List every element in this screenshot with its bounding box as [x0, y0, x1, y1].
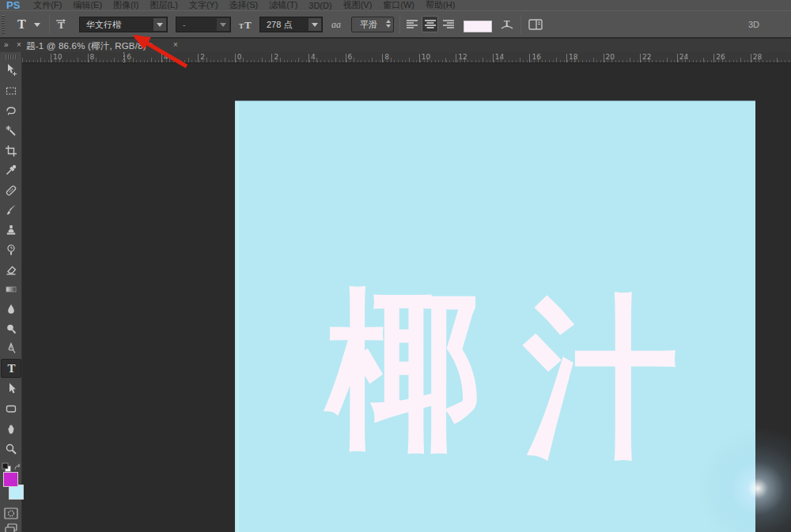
ruler-tick-label: 16 — [532, 53, 540, 61]
canvas-workspace: 椰 汁 — [22, 64, 791, 532]
canvas-char-2: 汁 — [524, 291, 678, 463]
font-family-dropdown-icon[interactable] — [153, 18, 166, 31]
svg-text:T: T — [244, 19, 252, 31]
toggle-panels-button[interactable] — [527, 16, 544, 33]
ruler-major-tick — [161, 54, 162, 62]
font-size-icon: T T — [237, 16, 255, 33]
menu-edit[interactable]: 编辑(E) — [73, 0, 102, 11]
menu-3d[interactable]: 3D(D) — [308, 1, 331, 10]
menu-view[interactable]: 视图(V) — [343, 0, 373, 11]
crop-tool[interactable] — [1, 141, 21, 160]
tab-close-icon[interactable]: × — [173, 40, 178, 49]
brush-tool[interactable] — [1, 201, 21, 220]
ruler-major-tick — [308, 54, 309, 62]
eraser-tool[interactable] — [1, 260, 21, 279]
ruler-major-tick — [346, 54, 346, 62]
ruler-major-tick — [88, 54, 89, 62]
ruler-major-tick — [751, 54, 751, 62]
font-family-select[interactable]: 华文行楷 — [79, 17, 168, 32]
ruler-tick-label: 26 — [716, 53, 725, 61]
ruler-major-tick — [198, 54, 199, 62]
menu-bar: PS 文件(F) 编辑(E) 图像(I) 图层(L) 文字(Y) 选择(S) 滤… — [0, 0, 791, 10]
align-center-button[interactable] — [422, 16, 438, 32]
ruler-major-tick — [124, 54, 125, 62]
text-orientation-button[interactable]: T — [52, 16, 70, 33]
ruler-tick-label: 28 — [753, 53, 762, 61]
lasso-tool[interactable] — [1, 101, 21, 120]
svg-text:T: T — [239, 22, 244, 30]
ruler-major-tick — [235, 54, 236, 62]
menu-select[interactable]: 选择(S) — [229, 0, 259, 11]
path-selection-tool[interactable] — [1, 379, 21, 398]
font-size-select[interactable]: 278 点 — [259, 17, 323, 32]
ruler-tick-label: 4 — [311, 53, 316, 61]
menu-image[interactable]: 图像(I) — [113, 0, 138, 11]
ruler-major-tick — [419, 54, 420, 62]
menu-layer[interactable]: 图层(L) — [149, 0, 177, 11]
menu-window[interactable]: 窗口(W) — [383, 0, 414, 11]
ruler-tick-label: 2 — [274, 53, 278, 61]
ruler-major-tick — [271, 54, 272, 62]
dodge-tool[interactable] — [1, 319, 21, 338]
tab-overflow-icon[interactable]: » — [4, 40, 9, 49]
pen-tool[interactable] — [1, 339, 21, 358]
zoom-tool[interactable] — [1, 440, 21, 458]
ruler-major-tick — [677, 54, 678, 62]
foreground-color-swatch[interactable] — [3, 472, 18, 487]
anti-alias-icon: aa — [327, 16, 345, 33]
gradient-tool[interactable] — [1, 280, 21, 299]
clone-stamp-tool[interactable] — [1, 221, 21, 240]
menu-file[interactable]: 文件(F) — [33, 0, 62, 11]
ruler-major-tick — [640, 54, 641, 62]
menu-filter[interactable]: 滤镜(T) — [269, 0, 297, 11]
hand-tool[interactable] — [1, 420, 21, 439]
font-size-dropdown-icon[interactable] — [308, 18, 321, 31]
document-tab-title[interactable]: 题-1 @ 86.6% (椰汁, RGB/8) * — [26, 40, 153, 52]
ruler-major-tick — [566, 54, 567, 62]
anti-alias-stepper-icon — [386, 20, 391, 28]
history-brush-tool[interactable] — [1, 240, 21, 259]
ruler-tick-label: 18 — [569, 53, 577, 61]
ruler-tick-label: 20 — [606, 53, 615, 61]
font-style-dropdown-icon[interactable] — [217, 18, 229, 31]
font-style-select[interactable]: - — [176, 17, 231, 32]
ps-logo: PS — [6, 0, 20, 11]
menu-type[interactable]: 文字(Y) — [189, 0, 218, 11]
ruler-major-tick — [493, 54, 494, 62]
ruler-major-tick — [529, 54, 530, 62]
align-right-button[interactable] — [440, 16, 456, 32]
type-tool-icon: T — [17, 17, 26, 32]
tools-panel-grip[interactable] — [6, 55, 17, 59]
tool-preset-dropdown-icon — [34, 23, 40, 27]
type-tool[interactable]: T — [1, 359, 21, 378]
ruler-major-tick — [456, 54, 456, 62]
tab-bar-close-icon[interactable]: × — [17, 40, 21, 49]
type-tool-preset[interactable]: T — [17, 17, 40, 32]
svg-text:T: T — [8, 362, 16, 375]
anti-alias-select[interactable]: 平滑 — [351, 17, 394, 32]
options-bar-grip[interactable] — [2, 15, 5, 34]
ruler-tick-label: 4 — [164, 53, 168, 61]
text-color-swatch[interactable] — [464, 21, 492, 32]
rectangle-shape-tool[interactable] — [1, 399, 21, 418]
move-tool[interactable] — [1, 60, 21, 79]
ruler-cursor-marker — [123, 52, 124, 62]
document-canvas[interactable]: 椰 汁 — [235, 100, 755, 532]
screen-mode-button[interactable] — [1, 519, 21, 532]
eyedropper-tool[interactable] — [1, 160, 21, 179]
canvas-char-1: 椰 — [327, 284, 481, 456]
ruler-major-tick — [382, 54, 383, 62]
menu-help[interactable]: 帮助(H) — [426, 0, 455, 11]
align-left-button[interactable] — [403, 16, 420, 32]
ruler-tick-label: 14 — [495, 53, 504, 61]
warp-text-button[interactable]: T — [498, 16, 516, 33]
horizontal-ruler[interactable]: 1086420246810121416182022242628 — [22, 52, 791, 63]
rectangular-marquee-tool[interactable] — [1, 81, 21, 100]
options-bar: T T 华文行楷 - T T 278 点 — [0, 10, 791, 38]
blur-tool[interactable] — [1, 300, 21, 319]
spot-healing-brush-tool[interactable] — [1, 181, 21, 200]
ruler-tick-label: 24 — [679, 53, 688, 61]
workspace-3d-label[interactable]: 3D — [748, 20, 759, 29]
magic-wand-tool[interactable] — [1, 122, 21, 141]
ruler-tick-label: 10 — [422, 53, 430, 61]
